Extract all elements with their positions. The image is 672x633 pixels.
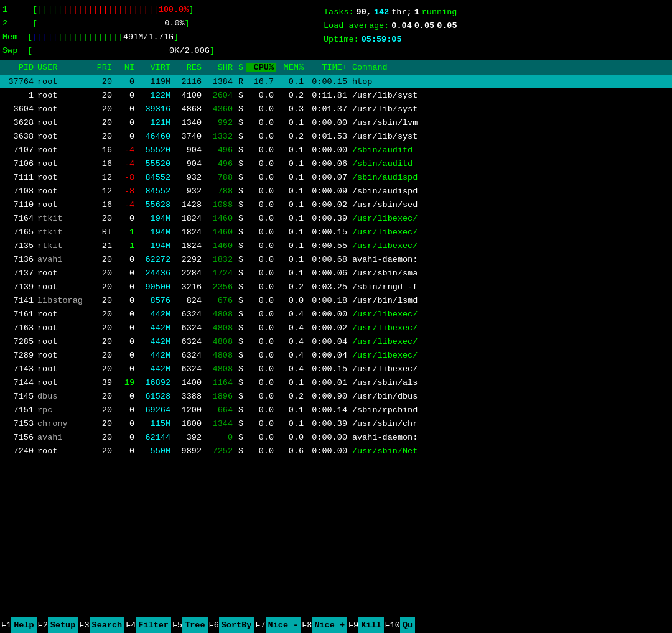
cell-res: 4100 [173, 91, 204, 100]
table-row[interactable]: 7153 chrony 20 0 115M 1800 1344 S 0.0 0.… [0, 417, 672, 430]
table-row[interactable]: 7285 root 20 0 442M 6324 4808 S 0.0 0.4 … [0, 335, 672, 348]
table-row[interactable]: 7111 root 12 -8 84552 932 788 S 0.0 0.1 … [0, 170, 672, 184]
cell-user: root [36, 132, 92, 141]
header-cpu: CPU% [246, 63, 276, 72]
cell-cmd: /usr/libexec/ [351, 310, 672, 319]
table-row[interactable]: 7110 root 16 -4 55628 1428 1088 S 0.0 0.… [0, 198, 672, 211]
cell-pid: 7161 [0, 310, 36, 319]
cell-cpu: 0.0 [246, 446, 276, 456]
cell-mem: 0.1 [276, 118, 306, 127]
footer-btn-f2[interactable]: F2Setup [37, 617, 78, 633]
table-row[interactable]: 7145 dbus 20 0 61528 3388 1896 S 0.0 0.2… [0, 389, 672, 403]
cell-pid: 7137 [0, 269, 36, 278]
table-row[interactable]: 7151 rpc 20 0 69264 1200 664 S 0.0 0.1 0… [0, 403, 672, 417]
cell-s: S [235, 323, 246, 333]
cell-pid: 7107 [0, 146, 36, 155]
cell-s: S [235, 296, 246, 305]
footer-btn-f5[interactable]: F5Tree [171, 617, 208, 633]
cell-ni: -8 [114, 173, 137, 182]
footer-btn-f6[interactable]: F6SortBy [208, 617, 254, 633]
cell-cpu: 0.0 [246, 228, 276, 237]
footer-btn-f9[interactable]: F9Kill [347, 617, 384, 633]
table-row[interactable]: 7107 root 16 -4 55520 904 496 S 0.0 0.1 … [0, 143, 672, 157]
table-row[interactable]: 7143 root 20 0 442M 6324 4808 S 0.0 0.4 … [0, 362, 672, 376]
table-row[interactable]: 7163 root 20 0 442M 6324 4808 S 0.0 0.4 … [0, 321, 672, 335]
table-row[interactable]: 7164 rtkit 20 0 194M 1824 1460 S 0.0 0.1… [0, 211, 672, 225]
footer-btn-f4[interactable]: F4Filter [124, 617, 171, 633]
cell-pri: 20 [92, 77, 114, 86]
cell-pri: 20 [92, 323, 114, 333]
table-row[interactable]: 3604 root 20 0 39316 4868 4360 S 0.0 0.3… [0, 102, 672, 116]
table-row[interactable]: 7240 root 20 0 550M 9892 7252 S 0.0 0.6 … [0, 444, 672, 458]
footer-btn-f1[interactable]: F1Help [0, 617, 37, 633]
cell-virt: 62144 [137, 433, 173, 442]
footer-btn-f3[interactable]: F3Search [78, 617, 124, 633]
cell-time: 0:00.04 [306, 337, 351, 346]
cell-user: root [36, 200, 92, 210]
cell-s: S [235, 446, 246, 456]
cell-virt: 119M [137, 77, 173, 86]
table-row[interactable]: 37764 root 20 0 119M 2116 1384 R 16.7 0.… [0, 75, 672, 88]
table-row[interactable]: 3628 root 20 0 121M 1340 992 S 0.0 0.1 0… [0, 116, 672, 129]
table-row[interactable]: 7165 rtkit RT 1 194M 1824 1460 S 0.0 0.1… [0, 225, 672, 239]
cell-pid: 7144 [0, 378, 36, 387]
cell-user: root [36, 187, 92, 196]
footer-fkey-f6: F6 [208, 621, 219, 630]
cell-pri: 20 [92, 104, 114, 114]
htop-window: 1 [ ||||| ||||||||||||||||||| 100.0% ] 2… [0, 0, 672, 458]
cell-pri: 20 [92, 132, 114, 141]
table-row[interactable]: 7144 root 39 19 16892 1400 1164 S 0.0 0.… [0, 376, 672, 389]
table-row[interactable]: 7289 root 20 0 442M 6324 4808 S 0.0 0.4 … [0, 348, 672, 362]
cell-pid: 7240 [0, 446, 36, 456]
cell-virt: 39316 [137, 104, 173, 114]
cell-shr: 4808 [204, 364, 235, 374]
table-row[interactable]: 7106 root 16 -4 55520 904 496 S 0.0 0.1 … [0, 157, 672, 170]
footer-btn-f10[interactable]: F10Qu [384, 617, 416, 633]
table-row[interactable]: 7161 root 20 0 442M 6324 4808 S 0.0 0.4 … [0, 307, 672, 321]
cell-s: S [235, 159, 246, 169]
cell-shr: 496 [204, 159, 235, 169]
cell-virt: 55520 [137, 159, 173, 169]
header-ni: NI [114, 63, 137, 72]
swp-close-bracket: ] [210, 46, 215, 55]
cell-s: S [235, 173, 246, 182]
cell-user: libstorag [36, 296, 92, 305]
table-row[interactable]: 7135 rtkit 21 1 194M 1824 1460 S 0.0 0.1… [0, 239, 672, 252]
table-row[interactable]: 7156 avahi 20 0 62144 392 0 S 0.0 0.0 0:… [0, 430, 672, 444]
cell-pid: 7145 [0, 392, 36, 401]
table-row[interactable]: 7141 libstorag 20 0 8576 824 676 S 0.0 0… [0, 293, 672, 307]
cell-shr: 0 [204, 433, 235, 442]
cell-cpu: 0.0 [246, 214, 276, 223]
cell-s: S [235, 91, 246, 100]
cell-res: 3388 [173, 392, 204, 401]
cell-s: S [235, 228, 246, 237]
table-row[interactable]: 7139 root 20 0 90500 3216 2356 S 0.0 0.2… [0, 280, 672, 293]
table-row[interactable]: 1 root 20 0 122M 4100 2604 S 0.0 0.2 0:1… [0, 88, 672, 102]
cell-cpu: 0.0 [246, 310, 276, 319]
cell-pri: 39 [92, 378, 114, 387]
cpu1-close-bracket: ] [189, 5, 194, 14]
cell-user: root [36, 282, 92, 292]
cell-pid: 7156 [0, 433, 36, 442]
cell-pri: 21 [92, 241, 114, 251]
cell-shr: 676 [204, 296, 235, 305]
cell-mem: 0.1 [276, 419, 306, 428]
footer-btn-f8[interactable]: F8Nice + [301, 617, 347, 633]
cell-cpu: 0.0 [246, 173, 276, 182]
table-row[interactable]: 7137 root 20 0 24436 2284 1724 S 0.0 0.1… [0, 266, 672, 280]
footer-btn-f7[interactable]: F7Nice - [254, 617, 301, 633]
table-row[interactable]: 7136 avahi 20 0 62272 2292 1832 S 0.0 0.… [0, 252, 672, 266]
cpu1-open-bracket: [ [27, 5, 37, 14]
table-row[interactable]: 3638 root 20 0 46460 3740 1332 S 0.0 0.2… [0, 129, 672, 143]
footer-fkey-f9: F9 [347, 621, 358, 630]
cell-s: S [235, 378, 246, 387]
cell-mem: 0.3 [276, 104, 306, 114]
cell-mem: 0.6 [276, 446, 306, 456]
cell-pid: 7139 [0, 282, 36, 292]
cell-pid: 3604 [0, 104, 36, 114]
cpu1-pct: 100.0% [159, 5, 189, 14]
table-row[interactable]: 7108 root 12 -8 84552 932 788 S 0.0 0.1 … [0, 184, 672, 198]
cell-shr: 4360 [204, 104, 235, 114]
cell-user: rtkit [36, 228, 92, 237]
cell-cpu: 0.0 [246, 296, 276, 305]
